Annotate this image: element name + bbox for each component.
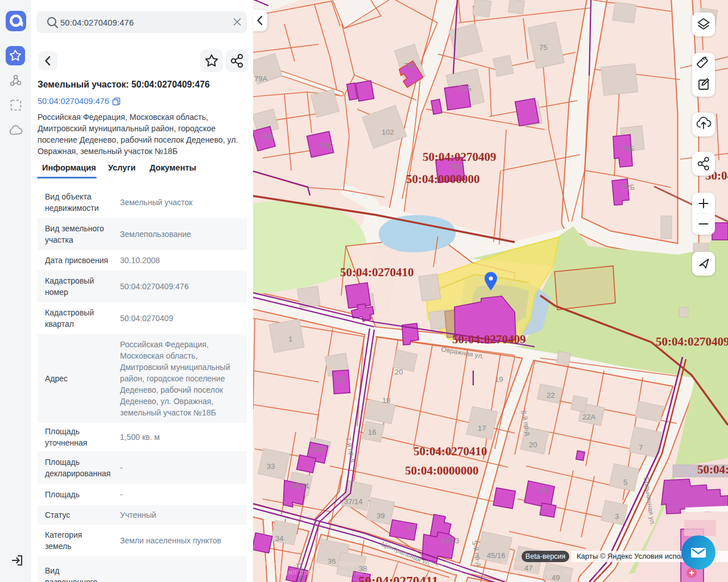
svg-text:7: 7	[639, 443, 643, 452]
svg-text:20: 20	[529, 440, 537, 449]
svg-text:39: 39	[377, 512, 384, 520]
svg-text:37/14: 37/14	[344, 497, 363, 506]
svg-text:33/3: 33/3	[312, 445, 326, 454]
svg-text:20: 20	[395, 368, 403, 376]
svg-text:18: 18	[539, 486, 547, 494]
svg-text:79А: 79А	[254, 74, 267, 83]
svg-text:72Б: 72Б	[622, 183, 635, 192]
svg-text:1: 1	[288, 335, 292, 343]
svg-text:70Б: 70Б	[621, 144, 634, 153]
svg-text:34: 34	[275, 534, 283, 543]
svg-text:50:04:0270409: 50:04:0270409	[656, 335, 728, 348]
svg-text:50:04:0000000: 50:04:0000000	[405, 464, 479, 477]
svg-text:50:04:0000000: 50:04:0000000	[406, 172, 480, 186]
svg-text:102: 102	[382, 128, 394, 136]
svg-text:75: 75	[539, 43, 547, 52]
svg-text:17: 17	[478, 424, 486, 433]
svg-text:50:04:3: 50:04:3	[697, 463, 728, 476]
svg-text:5: 5	[623, 478, 627, 487]
svg-text:78Б: 78Б	[404, 61, 417, 70]
svg-text:44: 44	[407, 523, 415, 532]
svg-text:3: 3	[615, 512, 619, 521]
svg-text:33: 33	[267, 462, 275, 471]
svg-text:43/13: 43/13	[441, 537, 460, 545]
svg-text:50:04:0270410: 50:04:0270410	[340, 265, 414, 279]
svg-text:50:04:0270409: 50:04:0270409	[423, 150, 497, 164]
svg-text:19: 19	[495, 375, 503, 384]
svg-text:гарантируют достоверность и не: гарантируют достоверность и не несут пра…	[256, 568, 602, 576]
svg-text:22А: 22А	[582, 413, 595, 421]
svg-text:50:04:0270409: 50:04:0270409	[452, 332, 526, 346]
svg-text:18: 18	[382, 396, 390, 405]
svg-text:15: 15	[336, 375, 344, 384]
svg-text:45/16: 45/16	[487, 551, 506, 560]
svg-text:75Б: 75Б	[458, 84, 471, 93]
svg-text:50:04:0270410: 50:04:0270410	[413, 444, 487, 458]
svg-text:22: 22	[547, 391, 555, 400]
svg-text:79В: 79В	[260, 132, 274, 141]
svg-text:79В: 79В	[450, 163, 463, 171]
svg-text:16: 16	[368, 428, 376, 436]
svg-text:79Б: 79Б	[320, 142, 333, 150]
svg-text:35/11: 35/11	[292, 481, 310, 490]
